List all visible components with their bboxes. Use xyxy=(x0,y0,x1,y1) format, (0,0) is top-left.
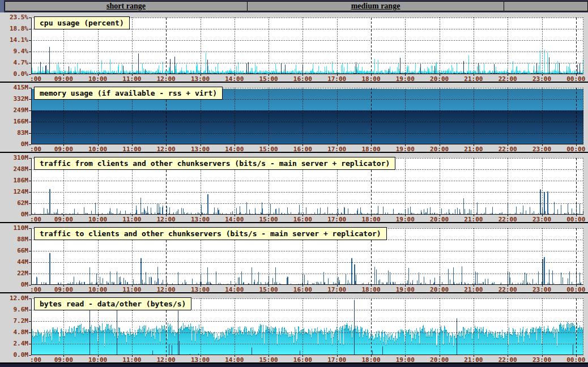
bytes-read-y-axis-label: 12.0M xyxy=(1,295,28,302)
chunkserver-charts-page: { "header": { "tabs": [ {"id": "short", … xyxy=(0,0,588,367)
chart-panel-bytes-read: 12.0M9.6M7.2M4.8M2.4M0.0M:0009:0010:0011… xyxy=(0,293,588,364)
memory-y-axis-label: 415M xyxy=(1,84,28,91)
cpu-y-axis-label: 23.5% xyxy=(1,14,28,21)
traffic-to-y-axis-label: 66M xyxy=(1,247,28,254)
cpu-y-axis-label: 0.0% xyxy=(1,71,28,78)
traffic-from-chart-title: traffic from clients and other chunkserv… xyxy=(34,157,395,170)
memory-y-axis-label: 166M xyxy=(1,118,28,125)
memory-y-axis-label: 332M xyxy=(1,96,28,103)
cpu-chart-title: cpu usage (percent) xyxy=(34,16,130,29)
tab-medium-range[interactable]: medium range xyxy=(247,1,504,11)
cpu-y-axis-label: 4.7% xyxy=(1,59,28,66)
traffic-to-y-axis-label: 0M xyxy=(1,281,28,288)
bytes-read-y-axis-label: 2.4M xyxy=(1,340,28,347)
traffic-from-y-axis-label: 248M xyxy=(1,166,28,173)
chart-panels-container: 23.5%18.8%14.1%9.4%4.7%0.0%:0009:0010:00… xyxy=(0,12,588,364)
bytes-read-y-axis-label: 0.0M xyxy=(1,352,28,359)
traffic-to-y-axis-label: 88M xyxy=(1,236,28,243)
bytes-read-y-axis-label: 7.2M xyxy=(1,318,28,325)
tab-medium-range-label: medium range xyxy=(351,2,400,11)
cpu-y-axis-label: 14.1% xyxy=(1,37,28,44)
tab-short-range[interactable]: short range xyxy=(5,1,248,11)
memory-y-axis-label: 83M xyxy=(1,130,28,136)
memory-y-axis-label: 0M xyxy=(1,141,28,148)
chart-panel-cpu: 23.5%18.8%14.1%9.4%4.7%0.0%:0009:0010:00… xyxy=(0,12,588,83)
bytes-read-chart-title: bytes read - data/other (bytes/s) xyxy=(34,297,191,310)
traffic-from-y-axis-label: 62M xyxy=(1,200,28,207)
memory-y-axis-label: 249M xyxy=(1,107,28,114)
chart-panel-memory: 415M332M249M166M83M0M:0009:0010:0011:001… xyxy=(0,83,588,153)
chart-panel-traffic-to: 110M88M66M44M22M0M:0009:0010:0011:0012:0… xyxy=(0,223,588,293)
traffic-to-chart-title: traffic to clients and other chunkserver… xyxy=(34,227,387,240)
traffic-to-y-axis-label: 22M xyxy=(1,270,28,277)
traffic-from-y-axis-label: 310M xyxy=(1,155,28,161)
top-window-strip: short range medium range xyxy=(0,0,588,12)
cpu-y-axis-label: 9.4% xyxy=(1,48,28,55)
memory-chart-title: memory usage (if available - rss + virt) xyxy=(34,87,223,100)
traffic-from-y-axis-label: 186M xyxy=(1,177,28,184)
chart-panel-traffic-from: 310M248M186M124M62M0M:0009:0010:0011:001… xyxy=(0,153,588,223)
tab-short-range-label: short range xyxy=(106,2,146,11)
bottom-window-strip xyxy=(0,364,588,367)
bytes-read-y-axis-label: 9.6M xyxy=(1,306,28,313)
traffic-from-y-axis-label: 0M xyxy=(1,211,28,218)
traffic-from-y-axis-label: 124M xyxy=(1,189,28,195)
bytes-read-y-axis-label: 4.8M xyxy=(1,329,28,336)
tab-long-range[interactable] xyxy=(504,1,588,11)
cpu-y-axis-label: 18.8% xyxy=(1,25,28,32)
traffic-to-y-axis-label: 110M xyxy=(1,225,28,232)
traffic-to-y-axis-label: 44M xyxy=(1,259,28,266)
